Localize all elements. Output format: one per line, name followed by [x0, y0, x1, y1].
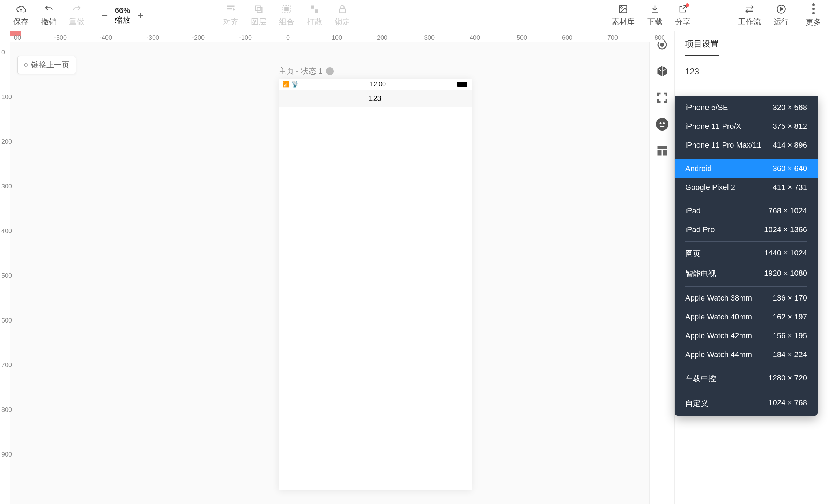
device-option[interactable]: Apple Watch 44mm184 × 224	[675, 345, 818, 364]
ruler-tick: -300	[147, 34, 159, 42]
ruler-tick: 300	[1, 183, 12, 190]
device-option[interactable]: iPhone 11 Pro Max/11414 × 896	[675, 136, 818, 155]
workflow-button[interactable]: 工作流	[738, 4, 761, 27]
svg-point-15	[663, 123, 664, 124]
ruler-tick: 00	[14, 34, 21, 42]
device-option[interactable]: iPhone 11 Pro/X375 × 812	[675, 117, 818, 136]
ungroup-button[interactable]: 打散	[307, 4, 322, 27]
svg-rect-0	[227, 5, 235, 7]
share-icon	[678, 4, 688, 14]
ruler-tick: 700	[1, 362, 12, 369]
svg-rect-16	[657, 146, 667, 149]
svg-rect-18	[663, 150, 667, 156]
fullscreen-tool[interactable]	[656, 91, 668, 104]
right-panel: 项目设置 123 iPhone 5/SE320 × 568iPhone 11 P…	[674, 31, 828, 504]
artboard[interactable]: 📶 📡 12:00 123	[279, 79, 472, 490]
device-option[interactable]: iPhone 5/SE320 × 568	[675, 98, 818, 117]
ruler-tick: 0	[1, 49, 5, 56]
ruler-tick: 400	[1, 228, 12, 235]
device-option[interactable]: 网页1440 × 1024	[675, 244, 818, 264]
device-option[interactable]: 智能电视1920 × 1080	[675, 264, 818, 284]
horizontal-ruler: 00-500-400-300-200-100010020030040050060…	[10, 31, 664, 42]
device-size-dropdown: iPhone 5/SE320 × 568iPhone 11 Pro/X375 ×…	[675, 96, 818, 416]
dropdown-separator	[685, 241, 807, 242]
device-option[interactable]: iPad768 × 1024	[675, 201, 818, 220]
ruler-tick: 800	[655, 34, 664, 42]
artboard-title[interactable]: 主页 - 状态 1	[279, 66, 334, 76]
ruler-tick: 900	[1, 451, 12, 458]
ruler-tick: 500	[1, 272, 12, 280]
link-previous-chip[interactable]: 链接上一页	[17, 56, 76, 74]
dropdown-separator	[685, 366, 807, 366]
device-option[interactable]: Apple Watch 40mm162 × 197	[675, 307, 818, 326]
template-tool[interactable]	[656, 144, 668, 157]
dropdown-separator	[685, 391, 807, 391]
ruler-tick: 200	[377, 34, 387, 42]
ruler-tick: 0	[286, 34, 290, 42]
align-button[interactable]: 对齐	[223, 4, 238, 27]
save-button[interactable]: 保存	[13, 4, 29, 27]
library-button[interactable]: 素材库	[612, 4, 635, 27]
wifi-icon: 📡	[291, 80, 299, 88]
side-toolbar	[649, 31, 674, 504]
align-icon	[226, 4, 236, 14]
zoom-control: − 66% 缩放 +	[98, 6, 147, 25]
device-option[interactable]: Google Pixel 2411 × 731	[675, 178, 818, 197]
more-button[interactable]: 更多	[806, 3, 821, 28]
ruler-tick: 600	[1, 317, 12, 324]
download-button[interactable]: 下载	[647, 4, 663, 27]
ruler-tick: 400	[470, 34, 480, 42]
svg-point-13	[660, 43, 664, 46]
ungroup-icon	[310, 4, 319, 14]
device-option[interactable]: Apple Watch 38mm136 × 170	[675, 289, 818, 307]
device-option[interactable]: iPad Pro1024 × 1366	[675, 220, 818, 239]
svg-rect-17	[657, 150, 661, 156]
svg-rect-1	[227, 8, 232, 9]
signal-icon: 📶	[283, 81, 290, 88]
dropdown-separator	[685, 286, 807, 287]
device-option[interactable]: Android360 × 640	[675, 159, 818, 178]
workflow-icon	[745, 4, 754, 14]
svg-rect-6	[311, 5, 314, 8]
phone-status-bar: 📶 📡 12:00	[279, 79, 472, 90]
emoji-tool[interactable]	[656, 118, 668, 131]
device-option[interactable]: 自定义1024 × 768	[675, 393, 818, 414]
status-time: 12:00	[370, 81, 386, 88]
ruler-tick: 100	[332, 34, 342, 42]
panel-tab-settings[interactable]: 项目设置	[685, 38, 719, 56]
svg-point-10	[621, 7, 622, 8]
device-option[interactable]: Apple Watch 42mm156 × 195	[675, 326, 818, 345]
redo-button[interactable]: 重做	[69, 4, 84, 27]
svg-rect-7	[315, 9, 318, 13]
zoom-out-button[interactable]: −	[98, 9, 111, 22]
share-button[interactable]: 分享	[675, 4, 690, 27]
redo-icon	[72, 4, 82, 14]
ruler-tick: -100	[239, 34, 252, 42]
group-button[interactable]: 组合	[279, 4, 294, 27]
lock-button[interactable]: 锁定	[335, 4, 350, 27]
svg-rect-8	[340, 8, 345, 13]
undo-button[interactable]: 撤销	[41, 4, 57, 27]
layers-icon	[254, 4, 264, 14]
svg-rect-2	[256, 6, 260, 10]
zoom-in-button[interactable]: +	[134, 9, 147, 22]
lock-icon	[338, 4, 347, 14]
project-name-field[interactable]: 123	[685, 67, 818, 76]
cube-tool[interactable]	[656, 65, 668, 77]
ruler-tick: 500	[517, 34, 527, 42]
ruler-tick: 300	[424, 34, 435, 42]
dropdown-separator	[685, 199, 807, 199]
ruler-tick: 700	[607, 34, 618, 42]
gear-icon[interactable]	[326, 67, 334, 75]
run-button[interactable]: 运行	[774, 4, 789, 27]
cloud-upload-icon	[16, 4, 26, 14]
svg-point-14	[660, 123, 661, 124]
ruler-tick: -400	[99, 34, 112, 42]
layers-button[interactable]: 图层	[251, 4, 266, 27]
canvas[interactable]: 链接上一页 主页 - 状态 1 📶 📡 12:00 123	[10, 42, 649, 504]
link-dot-icon	[24, 63, 28, 67]
top-toolbar: 保存 撤销 重做 − 66% 缩放 + 对齐 图层 组合 打散 锁定	[0, 0, 828, 31]
device-option[interactable]: 车载中控1280 × 720	[675, 369, 818, 389]
play-icon	[776, 4, 786, 14]
page-title: 123	[279, 90, 472, 107]
